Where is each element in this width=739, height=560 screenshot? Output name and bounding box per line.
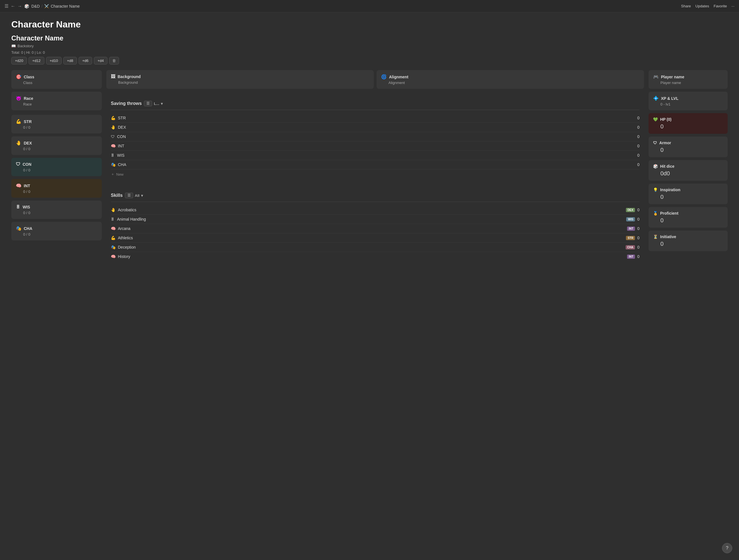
acrobatics-label: 🤚 Acrobatics (111, 207, 136, 212)
breadcrumb: D&D / ⚔️ Character Name (31, 4, 80, 8)
player-value: Player name (653, 81, 723, 85)
d20-button[interactable]: +d20 (11, 57, 27, 64)
cha-label: CHA (24, 226, 32, 231)
saving-throw-wis[interactable]: 🎚 WIS 0 (111, 151, 639, 160)
saving-throw-wis-label: 🎚 WIS (111, 153, 124, 157)
right-column: 🎮 Player name Player name 💠 XP & LVL 0 -… (648, 70, 728, 266)
d12-button[interactable]: +d12 (28, 57, 44, 64)
saving-throw-dex[interactable]: 🤚 DEX 0 (111, 123, 639, 132)
middle-column: 🖼 Background Background 🌀 Alignment Alig… (106, 70, 644, 266)
animal-handling-value: 0 (637, 217, 639, 222)
more-button[interactable]: ··· (731, 4, 734, 8)
skill-acrobatics[interactable]: 🤚 Acrobatics DEX 0 (111, 205, 639, 215)
saving-throw-con[interactable]: 🛡 CON 0 (111, 132, 639, 141)
animal-handling-icon: 🎚 (111, 217, 115, 222)
share-button[interactable]: Share (681, 4, 691, 8)
hp-icon: 💚 (653, 117, 658, 122)
updates-button[interactable]: Updates (696, 4, 709, 8)
hp-block[interactable]: 💚 HP (0) 0 (648, 113, 728, 134)
xp-card[interactable]: 💠 XP & LVL 0 - lv1 (648, 92, 728, 110)
page-title: Character Name (11, 19, 728, 30)
hit-dice-value: 0d0 (653, 170, 723, 177)
saving-throws-chevron[interactable]: ▾ (161, 102, 163, 106)
race-value: Race (16, 102, 97, 106)
backstory-link[interactable]: 📖 Backstory (11, 44, 728, 48)
hit-dice-icon: 🎲 (653, 164, 658, 168)
skills-chevron[interactable]: ▾ (141, 193, 143, 198)
animal-handling-label: 🎚 Animal Handling (111, 217, 146, 222)
armor-block[interactable]: 🛡 Armor 0 (648, 137, 728, 157)
int-saving-name: INT (118, 144, 124, 148)
player-name-card[interactable]: 🎮 Player name Player name (648, 70, 728, 89)
skill-animal-handling[interactable]: 🎚 Animal Handling WIS 0 (111, 215, 639, 224)
athletics-icon: 💪 (111, 236, 116, 240)
menu-icon[interactable]: ☰ (5, 3, 8, 9)
main-content: 🎯 Class Class 😈 Race Race 💪 STR 0 / 0 (0, 70, 739, 277)
arcana-value: 0 (637, 226, 639, 231)
animal-handling-badge: WIS (626, 217, 635, 222)
arcana-badge: INT (627, 227, 635, 231)
breadcrumb-page-name[interactable]: Character Name (50, 4, 80, 8)
d6-button[interactable]: +d6 (79, 57, 92, 64)
animal-handling-name: Animal Handling (117, 217, 146, 222)
dex-value: 0 / 0 (16, 147, 97, 151)
initiative-value: 0 (653, 241, 723, 247)
back-icon[interactable]: ← (11, 4, 15, 9)
saving-throws-filter[interactable]: L... (154, 102, 159, 106)
d8-button[interactable]: +d8 (63, 57, 77, 64)
dice-clear-button[interactable]: 🗑 (109, 57, 119, 64)
skills-controls: ☰ All ▾ (125, 192, 143, 198)
class-card[interactable]: 🎯 Class Class (11, 70, 102, 89)
background-card[interactable]: 🖼 Background Background (106, 70, 374, 89)
arcana-right: INT 0 (627, 226, 639, 231)
skill-history[interactable]: 🧠 History INT 0 (111, 252, 639, 261)
alignment-card[interactable]: 🌀 Alignment Alignment (377, 70, 644, 89)
int-card[interactable]: 🧠 INT 0 / 0 (11, 179, 102, 198)
proficient-icon: 🏅 (653, 211, 658, 216)
favorite-button[interactable]: Favorite (714, 4, 727, 8)
forward-icon[interactable]: → (17, 4, 22, 9)
proficient-block[interactable]: 🏅 Proficient 0 (648, 207, 728, 228)
history-icon: 🧠 (111, 254, 116, 259)
athletics-name: Athletics (118, 236, 133, 240)
saving-throw-int[interactable]: 🧠 INT 0 (111, 141, 639, 151)
brand-label[interactable]: D&D (31, 4, 40, 8)
saving-throws-header: Saving throws ☰ L... ▾ (111, 101, 639, 106)
initiative-block[interactable]: ⏳ Initiative 0 (648, 231, 728, 251)
int-icon: 🧠 (16, 183, 21, 188)
background-label: Background (118, 75, 141, 79)
cha-saving-name: CHA (118, 162, 126, 167)
player-icon: 🎮 (653, 74, 659, 80)
cha-card[interactable]: 🎭 CHA 0 / 0 (11, 222, 102, 240)
str-title: 💪 STR (16, 119, 97, 124)
xp-value: 0 - lv1 (653, 102, 723, 106)
str-card[interactable]: 💪 STR 0 / 0 (11, 115, 102, 134)
race-card[interactable]: 😈 Race Race (11, 92, 102, 110)
athletics-badge: STR (626, 236, 635, 240)
add-new-saving-throw[interactable]: ＋ New (111, 169, 639, 179)
saving-throw-str[interactable]: 💪 STR 0 (111, 113, 639, 123)
wis-card[interactable]: 🎚 WIS 0 / 0 (11, 200, 102, 219)
d4-button[interactable]: +d4 (94, 57, 108, 64)
class-card-title: 🎯 Class (16, 74, 97, 80)
saving-throw-cha[interactable]: 🎭 CHA 0 (111, 160, 639, 169)
con-card[interactable]: 🛡 CON 0 / 0 (11, 158, 102, 176)
skill-deception[interactable]: 🎭 Deception CHA 0 (111, 243, 639, 252)
str-label: STR (24, 119, 32, 124)
race-icon: 😈 (16, 96, 21, 101)
skills-filter[interactable]: All (135, 193, 140, 198)
hit-dice-block[interactable]: 🎲 Hit dice 0d0 (648, 160, 728, 181)
str-saving-icon: 💪 (111, 116, 116, 120)
history-right: INT 0 (627, 254, 639, 259)
help-button[interactable]: ? (722, 543, 732, 553)
dex-card[interactable]: 🤚 DEX 0 / 0 (11, 136, 102, 155)
inspiration-block[interactable]: 💡 Inspiration 0 (648, 183, 728, 204)
skills-title: Skills (111, 193, 123, 198)
d10-button[interactable]: +d10 (46, 57, 61, 64)
animal-handling-right: WIS 0 (626, 217, 639, 222)
acrobatics-name: Acrobatics (118, 207, 136, 212)
initiative-title: ⏳ Initiative (653, 235, 723, 239)
history-badge: INT (627, 255, 635, 259)
skill-athletics[interactable]: 💪 Athletics STR 0 (111, 233, 639, 243)
skill-arcana[interactable]: 🧠 Arcana INT 0 (111, 224, 639, 233)
